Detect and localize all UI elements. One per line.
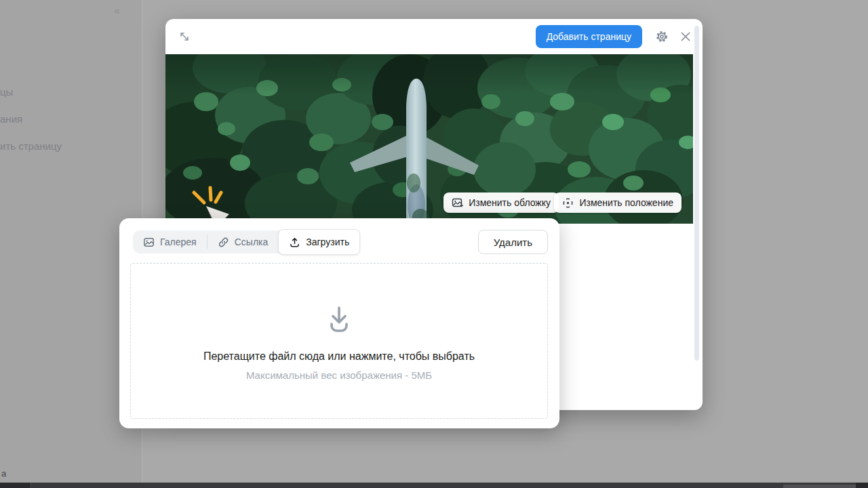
tab-gallery-label: Галерея xyxy=(160,237,197,247)
tab-gallery[interactable]: Галерея xyxy=(133,230,207,253)
uploader-toolbar: Галерея Ссылка Загрузить xyxy=(133,228,548,256)
sidebar-item-add-page[interactable]: ить страницу xyxy=(0,140,62,152)
modal-scrollbar[interactable] xyxy=(694,26,699,361)
add-page-button[interactable]: Добавить страницу xyxy=(536,25,642,48)
tab-upload-label: Загрузить xyxy=(306,237,349,247)
change-position-label: Изменить положение xyxy=(579,197,673,208)
link-icon xyxy=(218,237,229,248)
change-cover-button[interactable]: Изменить обложку xyxy=(443,192,559,213)
sidebar-item[interactable]: ания xyxy=(0,113,22,125)
upload-icon xyxy=(289,237,300,248)
download-tray-icon xyxy=(323,302,355,334)
taskbar-right-segment xyxy=(783,485,856,488)
gallery-icon xyxy=(143,237,155,248)
taskbar-corner-segment xyxy=(856,483,868,488)
resize-diagonal-icon[interactable] xyxy=(178,30,191,43)
modal-header: Добавить страницу xyxy=(165,19,703,54)
change-position-button[interactable]: Изменить положение xyxy=(554,192,682,213)
focus-position-icon xyxy=(562,197,574,209)
gear-icon[interactable] xyxy=(654,29,669,44)
image-plus-icon xyxy=(452,197,463,209)
dropzone-title: Перетащите файл сюда или нажмите, чтобы … xyxy=(203,350,475,363)
file-dropzone[interactable]: Перетащите файл сюда или нажмите, чтобы … xyxy=(130,263,548,419)
sidebar-item[interactable]: цы xyxy=(0,86,13,98)
change-cover-label: Изменить обложку xyxy=(469,197,551,208)
delete-cover-button[interactable]: Удалить xyxy=(478,230,548,254)
close-icon[interactable] xyxy=(679,30,692,43)
tab-upload[interactable]: Загрузить xyxy=(278,229,360,255)
taskbar xyxy=(0,483,868,488)
cover-uploader-panel: Галерея Ссылка Загрузить xyxy=(119,218,559,428)
tab-link-label: Ссылка xyxy=(235,237,269,247)
sidebar-bottom-text: a xyxy=(1,468,6,479)
sidebar-collapse-icon[interactable]: « xyxy=(114,5,120,17)
tab-link[interactable]: Ссылка xyxy=(208,230,279,253)
source-tabs: Галерея Ссылка Загрузить xyxy=(133,230,360,253)
screen: « цы ания ить страницу a Добавить страни… xyxy=(0,0,868,488)
dropzone-subtitle: Максимальный вес изображения - 5МБ xyxy=(246,369,432,381)
cover-photo: Изменить обложку Изменить положение xyxy=(165,54,693,224)
taskbar-left-segment xyxy=(0,483,31,488)
